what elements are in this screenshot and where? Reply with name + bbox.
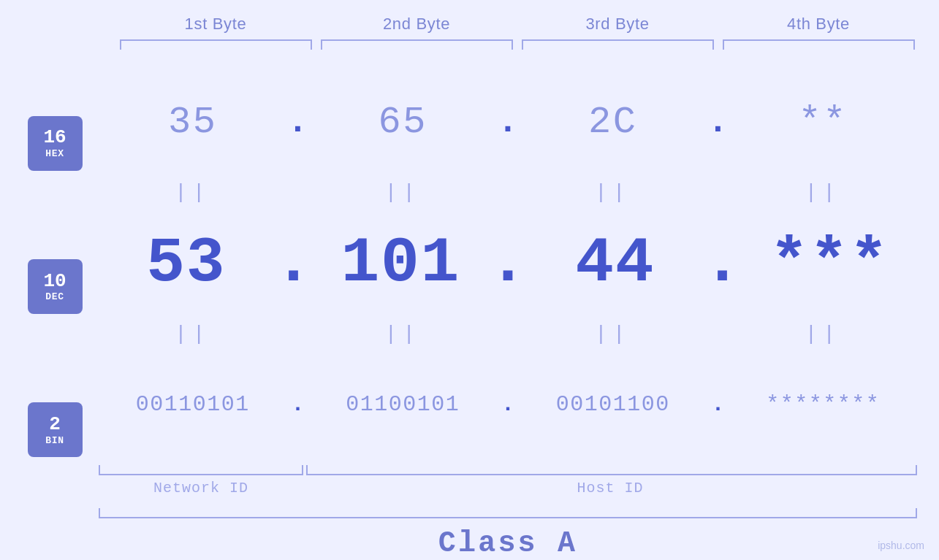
- bottom-section: Network ID Host ID Class A: [99, 465, 917, 560]
- dec-base-name: DEC: [45, 291, 64, 302]
- eq2-byte2: ||: [309, 323, 498, 345]
- bracket-byte3: [522, 39, 714, 50]
- top-brackets: [115, 39, 919, 50]
- bin-dot2: .: [497, 392, 519, 417]
- eq1-byte2: ||: [309, 181, 498, 204]
- dec-byte1: 53: [99, 227, 273, 299]
- column-headers: 1st Byte 2nd Byte 3rd Byte 4th Byte: [115, 15, 919, 34]
- eq1-byte1: ||: [99, 181, 287, 204]
- eq1-byte4: ||: [729, 181, 918, 204]
- hex-byte1: 35: [99, 101, 287, 144]
- bin-byte1: 00110101: [99, 392, 287, 417]
- bracket-byte4: [723, 39, 915, 50]
- bin-dot1: .: [287, 392, 309, 417]
- class-bracket: [99, 508, 917, 518]
- bin-byte3: 00101100: [519, 392, 707, 417]
- equals-row-2: || || || ||: [99, 321, 917, 347]
- bin-dot3: .: [707, 392, 729, 417]
- base-labels-column: 16 HEX 10 DEC 2 BIN: [0, 64, 99, 560]
- hex-base-name: HEX: [45, 148, 64, 159]
- eq2-byte3: ||: [519, 323, 707, 345]
- network-bracket: [99, 465, 303, 475]
- byte3-header: 3rd Byte: [517, 15, 718, 34]
- hex-row: 35 . 65 . 2C . **: [99, 64, 917, 180]
- watermark: ipshu.com: [878, 540, 924, 551]
- dec-dot2: .: [488, 226, 528, 300]
- bracket-byte1: [120, 39, 312, 50]
- hex-dot3: .: [707, 102, 729, 142]
- byte2-header: 2nd Byte: [316, 15, 517, 34]
- dec-byte3: 44: [528, 227, 702, 299]
- bin-byte4: ********: [729, 392, 918, 417]
- dec-byte4: ***: [742, 227, 917, 299]
- hex-dot2: .: [497, 102, 519, 142]
- hex-byte2: 65: [309, 101, 498, 144]
- main-content-area: 16 HEX 10 DEC 2 BIN 35 . 65: [0, 64, 939, 560]
- dec-row: 53 . 101 . 44 . ***: [99, 205, 917, 321]
- values-area: 35 . 65 . 2C . ** || ||: [99, 64, 939, 560]
- eq2-byte1: ||: [99, 323, 287, 345]
- bin-badge: 2 BIN: [28, 402, 83, 457]
- dec-dot3: .: [702, 226, 742, 300]
- dec-badge: 10 DEC: [28, 259, 83, 314]
- equals-row-1: || || || ||: [99, 180, 917, 205]
- network-id-label: Network ID: [99, 480, 303, 496]
- bin-base-name: BIN: [45, 435, 64, 446]
- eq2-byte4: ||: [729, 323, 918, 345]
- host-bracket: [306, 465, 917, 475]
- byte4-header: 4th Byte: [718, 15, 919, 34]
- hex-byte4: **: [729, 101, 918, 144]
- dec-dot1: .: [273, 226, 313, 300]
- hex-badge: 16 HEX: [28, 116, 83, 171]
- main-container: 1st Byte 2nd Byte 3rd Byte 4th Byte 16 H…: [0, 0, 939, 560]
- bin-row: 00110101 . 01100101 . 00101100 . *******…: [99, 347, 917, 462]
- hex-dot1: .: [287, 102, 309, 142]
- eq1-byte3: ||: [519, 181, 707, 204]
- bin-base-num: 2: [49, 414, 61, 435]
- hex-base-num: 16: [43, 127, 66, 148]
- dec-byte2: 101: [313, 227, 488, 299]
- host-id-label: Host ID: [303, 480, 917, 496]
- bin-byte2: 01100101: [309, 392, 498, 417]
- hex-byte3: 2C: [519, 101, 707, 144]
- id-labels: Network ID Host ID: [99, 480, 917, 496]
- class-label: Class A: [99, 527, 917, 560]
- byte1-header: 1st Byte: [115, 15, 316, 34]
- bracket-byte2: [321, 39, 513, 50]
- dec-base-num: 10: [43, 271, 66, 292]
- id-brackets: [99, 465, 917, 475]
